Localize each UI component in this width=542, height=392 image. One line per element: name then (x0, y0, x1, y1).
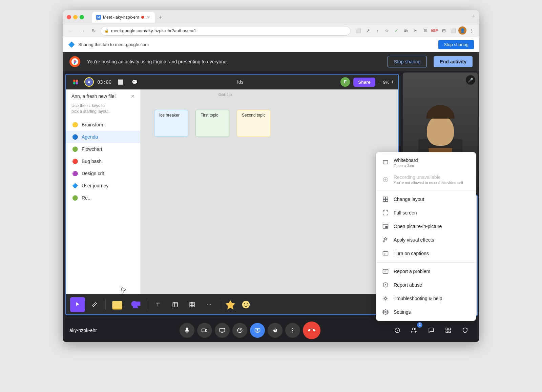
figma-menu-agenda[interactable]: 🔵 Agenda (66, 131, 140, 143)
grammarly-icon[interactable]: ✓ (392, 26, 401, 35)
active-tab[interactable]: M Meet - aky-hzpk-ehr ✕ (92, 12, 155, 23)
browser-window: M Meet - aky-hzpk-ehr ✕ + ⌃ ← → ↻ 🔒 meet… (63, 10, 479, 342)
tab-close-button[interactable]: ✕ (146, 15, 151, 20)
svg-rect-16 (190, 302, 194, 307)
svg-point-27 (384, 179, 387, 181)
dropdown-settings[interactable]: Settings (376, 305, 476, 319)
figma-sidebar: Ann, a fresh new file! ✕ Use the ↑↓ keys… (66, 89, 141, 294)
star-icon[interactable]: ☆ (382, 26, 391, 35)
dropdown-fullscreen[interactable]: Full screen (376, 206, 476, 220)
figma-sidebar-collapse[interactable]: ✕ (131, 94, 135, 99)
abp-icon[interactable]: ABP (430, 26, 439, 35)
figma-menu-userjourney[interactable]: 🔷 User journey (66, 180, 140, 192)
shopping-icon[interactable]: 🛍 (401, 26, 410, 35)
info-button[interactable] (390, 323, 405, 338)
minimize-dot[interactable] (73, 15, 78, 19)
url-bar[interactable]: 🔒 meet.google.com/aky-hzpk-ehr?authuser=… (101, 26, 351, 36)
share-icon[interactable]: ↑ (373, 26, 382, 35)
share-banner-stop-button[interactable]: Stop sharing (438, 40, 474, 49)
svg-rect-2 (73, 80, 75, 82)
more-options-button[interactable] (285, 323, 300, 338)
figma-menu-brainstorm[interactable]: 🟡 Brainstorm (66, 119, 140, 131)
camera-button[interactable] (197, 323, 212, 338)
present-button[interactable] (215, 323, 230, 338)
figma-layout-btn[interactable]: ⬜ (115, 77, 126, 87)
new-tab-button[interactable]: + (156, 13, 166, 22)
refresh-button[interactable]: ↻ (89, 26, 99, 36)
svg-point-51 (292, 328, 293, 329)
tab-recording-dot (141, 16, 144, 19)
activities-button[interactable] (441, 323, 456, 338)
raise-hand-button[interactable] (268, 323, 283, 338)
figma-zoom-plus[interactable]: + (391, 79, 394, 85)
extensions-icon[interactable]: ⊞ (439, 26, 448, 35)
more-menu-icon[interactable]: ⋮ (467, 26, 476, 35)
dropdown-captions[interactable]: Turn on captions (376, 247, 476, 260)
brainstorm-icon: 🟡 (71, 121, 78, 128)
maximize-dot[interactable] (80, 15, 84, 19)
stop-sharing-button[interactable]: Stop sharing (388, 56, 427, 67)
dropdown-section-2: Change layout Full screen Open picture-i… (376, 190, 476, 263)
chat-button[interactable] (424, 323, 439, 338)
safety-button[interactable] (458, 323, 473, 338)
svg-point-1 (75, 61, 77, 62)
figma-table-tool[interactable] (185, 297, 200, 312)
tab-manager-icon[interactable]: ⬜ (449, 26, 458, 35)
scissors-icon[interactable]: ✂ (411, 26, 420, 35)
figma-menu-button[interactable] (70, 77, 81, 87)
close-dot[interactable] (67, 15, 71, 19)
participant-count-badge: 3 (417, 322, 422, 328)
figma-menu-retro[interactable]: 🟢 Re... (66, 192, 140, 204)
figma-cursor-tool[interactable] (70, 297, 85, 312)
figma-user-avatar: A (84, 77, 94, 87)
figma-frame-tool[interactable] (168, 297, 183, 312)
figma-menu-flowchart[interactable]: 🟢 Flowchart (66, 143, 140, 155)
figma-pencil-tool[interactable] (87, 297, 102, 312)
figma-collaborator-btn[interactable]: E (340, 77, 350, 87)
svg-point-49 (241, 329, 241, 330)
screen-icon[interactable]: 🖥 (420, 26, 429, 35)
dropdown-change-layout[interactable]: Change layout (376, 192, 476, 206)
whiteboard-label: Whiteboard (394, 158, 418, 163)
dropdown-visual-effects[interactable]: Apply visual effects (376, 233, 476, 247)
end-call-button[interactable] (303, 322, 320, 339)
figma-menu-designcrit[interactable]: 🟣 Design crit (66, 167, 140, 180)
userjourney-icon: 🔷 (71, 182, 78, 189)
figma-folder-tool[interactable] (109, 297, 125, 312)
svg-rect-37 (383, 269, 388, 273)
profile-icon[interactable]: 👤 (458, 26, 466, 35)
present-screen-button[interactable] (250, 323, 265, 338)
dropdown-recording: Recording unavailable You're not allowed… (376, 171, 476, 188)
figma-more-tool[interactable]: ··· (202, 297, 216, 312)
figma-sticker-tool[interactable] (224, 297, 237, 312)
svg-rect-61 (449, 331, 451, 332)
figma-text-tool[interactable] (151, 297, 166, 312)
microphone-button[interactable] (180, 323, 194, 338)
figma-share-button[interactable]: Share (353, 78, 375, 87)
figma-emoji-sticker[interactable] (239, 297, 253, 312)
dropdown-report-abuse[interactable]: Report abuse (376, 278, 476, 292)
figma-menu-bugbash[interactable]: 🔴 Bug bash (66, 155, 140, 167)
end-activity-button[interactable]: End activity (434, 56, 473, 67)
dropdown-whiteboard[interactable]: Whiteboard Open a Jam (376, 154, 476, 171)
window-minimize-icon[interactable]: ⌃ (472, 15, 475, 20)
report-problem-icon (382, 268, 389, 275)
whiteboard-sublabel: Open a Jam (394, 164, 418, 168)
dropdown-troubleshooting[interactable]: Troubleshooting & help (376, 292, 476, 305)
change-layout-icon (382, 196, 389, 203)
svg-rect-29 (386, 197, 388, 199)
figma-zoom-minus[interactable]: − (379, 79, 382, 85)
cast-icon[interactable]: ⬜ (354, 26, 363, 35)
recording-content: Recording unavailable You're not allowed… (394, 174, 463, 185)
participants-button[interactable]: 3 (407, 323, 422, 338)
external-icon[interactable]: ↗ (363, 26, 372, 35)
figma-shapes-tool[interactable] (127, 297, 144, 312)
dropdown-report-problem[interactable]: Report a problem (376, 265, 476, 278)
designcrit-icon: 🟣 (71, 170, 78, 177)
share-tab-icon: 🔷 (68, 41, 75, 48)
forward-button[interactable]: → (78, 26, 87, 36)
dropdown-pip[interactable]: Open picture-in-picture (376, 220, 476, 233)
figma-comment-btn[interactable]: 💬 (129, 77, 140, 87)
emoji-button[interactable] (232, 323, 247, 338)
back-button[interactable]: ← (66, 26, 76, 36)
